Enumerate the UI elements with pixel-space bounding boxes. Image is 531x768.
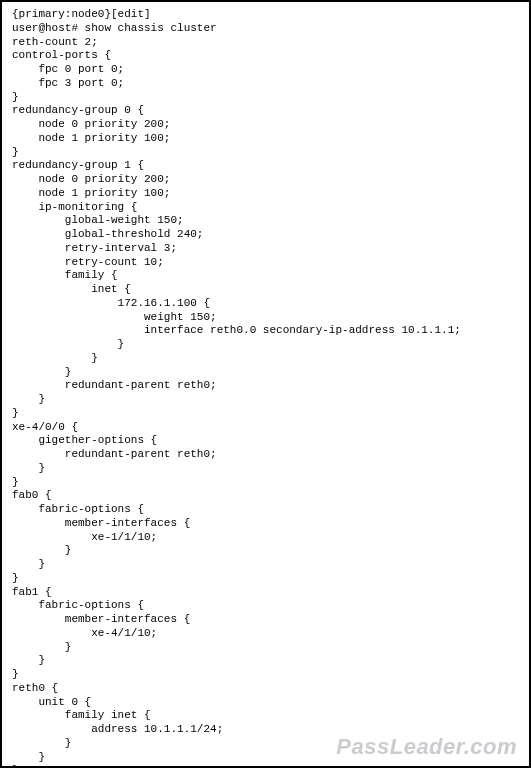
config-output: {primary:node0}[edit] user@host# show ch…: [12, 8, 519, 768]
